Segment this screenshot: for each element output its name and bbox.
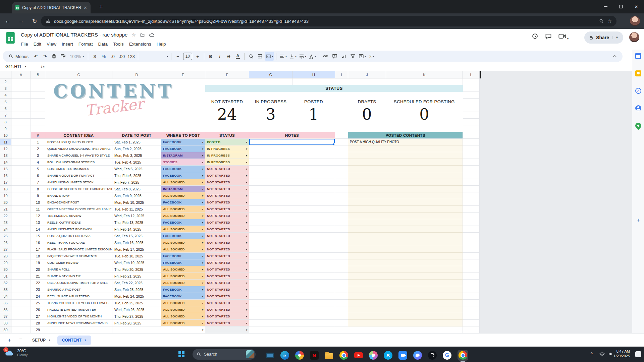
text-color-button[interactable]: A <box>233 52 242 61</box>
row-header-37[interactable]: 37 <box>0 313 11 320</box>
column-header-H[interactable]: H <box>292 71 335 78</box>
posted-content-cell[interactable] <box>348 172 463 179</box>
minimize-button[interactable] <box>598 0 613 13</box>
where-dropdown[interactable]: ALL SOCMED▼ <box>161 306 205 313</box>
row-number-cell[interactable]: 15 <box>31 233 45 239</box>
content-idea-cell[interactable]: PROMOTE LIMITED TIME OFFER <box>45 306 112 313</box>
cell[interactable] <box>463 92 480 99</box>
status-dropdown[interactable]: NOT STARTED▼ <box>205 219 249 226</box>
weather-widget[interactable]: 6 20°C Cloudy <box>5 349 28 357</box>
notification-center-icon[interactable] <box>635 351 641 357</box>
notes-cell[interactable] <box>249 213 335 219</box>
notes-cell[interactable] <box>249 266 335 273</box>
bookmark-star-icon[interactable]: ☆ <box>607 18 612 24</box>
redo-button[interactable]: ↷ <box>41 52 49 61</box>
status-banner[interactable]: STATUS <box>205 85 463 92</box>
content-idea-cell[interactable]: SHARING A FAQ POST <box>45 286 112 293</box>
share-dropdown-icon[interactable]: ▼ <box>612 36 621 39</box>
content-idea-cell[interactable]: QUICK VIDEO SHOWCASING THE FABRIC. <box>45 145 112 152</box>
notes-cell[interactable] <box>249 326 335 333</box>
content-idea-cell[interactable]: CUSTOMER REVIEW <box>45 259 112 266</box>
where-dropdown[interactable]: ALL SOCMED▼ <box>161 300 205 306</box>
notes-cell[interactable] <box>249 226 335 233</box>
date-cell[interactable]: Thu, Feb 27, 2025 <box>112 313 161 320</box>
status-dropdown[interactable]: NOT STARTED▼ <box>205 172 249 179</box>
cell[interactable] <box>31 92 45 99</box>
cell[interactable] <box>463 273 480 280</box>
cell[interactable] <box>11 233 31 239</box>
posted-content-cell[interactable] <box>348 186 463 192</box>
cell[interactable] <box>386 78 463 85</box>
undo-button[interactable]: ↶ <box>32 52 40 61</box>
table-header-idea[interactable]: CONTENT IDEA <box>45 132 112 139</box>
cell[interactable] <box>45 326 112 333</box>
cell[interactable] <box>463 186 480 192</box>
cell[interactable] <box>11 199 31 206</box>
fill-handle[interactable] <box>333 143 335 145</box>
where-dropdown[interactable]: INSTAGRAM▼ <box>161 186 205 192</box>
obs-icon[interactable] <box>428 351 437 360</box>
cell[interactable] <box>11 213 31 219</box>
hide-menus-button[interactable] <box>610 52 619 61</box>
cell[interactable] <box>463 192 480 199</box>
content-idea-cell[interactable]: POST A HIGH QUALITY PHOTO <box>45 139 112 145</box>
cell[interactable] <box>335 253 348 259</box>
cell[interactable] <box>463 206 480 213</box>
cell[interactable] <box>11 306 31 313</box>
new-tab-button[interactable]: + <box>97 3 105 11</box>
row-header-28[interactable]: 28 <box>0 253 11 259</box>
where-dropdown[interactable]: FACEBOOK▼ <box>161 166 205 172</box>
posted-content-cell[interactable] <box>348 253 463 259</box>
content-idea-cell[interactable]: REEL: SHARE A FUN TREND <box>45 293 112 300</box>
cell[interactable] <box>463 119 480 125</box>
font-select[interactable]: ▾ <box>140 52 169 61</box>
status-summary[interactable]: NOT STARTED24IN PROGRESS3POSTED1DRAFTS0S… <box>205 92 463 132</box>
where-dropdown[interactable]: ALL SOCMED▼ <box>161 266 205 273</box>
date-cell[interactable]: Thu, Feb 6, 2025 <box>112 172 161 179</box>
browser-avatar[interactable] <box>630 16 640 26</box>
active-chrome-icon[interactable] <box>458 350 468 361</box>
cell[interactable] <box>335 172 348 179</box>
where-dropdown[interactable]: FACEBOOK▼ <box>161 293 205 300</box>
notes-cell[interactable] <box>249 280 335 286</box>
meet-icon[interactable]: ▾ <box>558 33 569 41</box>
cell[interactable] <box>31 125 45 132</box>
status-dropdown[interactable]: NOT STARTED▼ <box>205 192 249 199</box>
row-header-13[interactable]: 13 <box>0 152 11 159</box>
tray-chevron-icon[interactable]: ^ <box>590 351 593 356</box>
content-idea-cell[interactable]: REELS: OUTFIT IDEAS <box>45 219 112 226</box>
menu-format[interactable]: Format <box>76 40 96 48</box>
content-idea-cell[interactable]: ANNOUNCE NEW UPCOMING ARRIVALS <box>45 320 112 326</box>
maximize-button[interactable] <box>613 0 629 13</box>
row-header-12[interactable]: 12 <box>0 145 11 152</box>
cell[interactable] <box>11 92 31 99</box>
row-header-25[interactable]: 25 <box>0 233 11 239</box>
cell[interactable] <box>335 199 348 206</box>
cell[interactable] <box>463 132 480 139</box>
status-dropdown[interactable]: NOT STARTED▼ <box>205 313 249 320</box>
status-dropdown[interactable]: IN PROGRESS▼ <box>205 152 249 159</box>
row-header-6[interactable]: 6 <box>0 105 11 112</box>
row-header-18[interactable]: 18 <box>0 186 11 192</box>
menu-file[interactable]: File <box>18 40 31 48</box>
row-header-36[interactable]: 36 <box>0 306 11 313</box>
cell[interactable] <box>205 78 249 85</box>
start-button[interactable] <box>178 351 181 354</box>
notes-cell[interactable] <box>249 300 335 306</box>
cell[interactable] <box>11 226 31 233</box>
row-number-cell[interactable]: 12 <box>31 213 45 219</box>
notes-cell[interactable] <box>249 159 335 166</box>
where-dropdown[interactable]: ALL SOCMED▼ <box>161 192 205 199</box>
cell[interactable] <box>463 166 480 172</box>
date-cell[interactable]: Sun, Feb 9, 2025 <box>112 192 161 199</box>
file-explorer-icon[interactable] <box>325 351 333 360</box>
menu-tools[interactable]: Tools <box>110 40 126 48</box>
italic-button[interactable]: I <box>215 52 224 61</box>
cell[interactable] <box>11 125 31 132</box>
content-idea-cell[interactable]: USE A COUNTDOWN TIMER FOR A SALE <box>45 280 112 286</box>
document-title[interactable]: Copy of ADDITIONAL TRACKERS - rae shoppe <box>21 32 127 38</box>
cell[interactable] <box>11 78 31 85</box>
where-dropdown[interactable]: ALL SOCMED▼ <box>161 206 205 213</box>
notes-cell[interactable] <box>249 152 335 159</box>
status-dropdown[interactable]: NOT STARTED▼ <box>205 300 249 306</box>
